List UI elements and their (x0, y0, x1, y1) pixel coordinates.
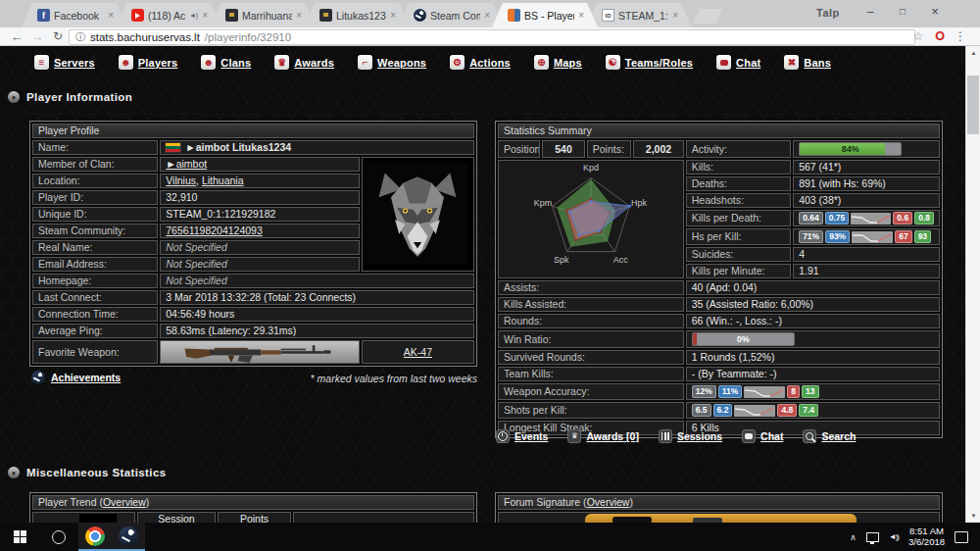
tab-close-icon[interactable]: × (390, 11, 396, 21)
city-link[interactable]: Vilnius (166, 175, 196, 186)
cortana-button[interactable] (39, 523, 78, 551)
url-host: stats.bachuruservas.lt (90, 31, 200, 43)
forward-button[interactable]: → (28, 27, 46, 46)
network-icon[interactable] (866, 532, 879, 542)
nav-label[interactable]: Chat (736, 57, 760, 69)
scrollbar-thumb[interactable] (967, 75, 979, 134)
field-label: Homepage: (32, 274, 158, 288)
minimize-button[interactable]: – (858, 0, 883, 25)
signature-cell (498, 512, 940, 523)
value-badge: 0.8 (914, 212, 934, 225)
close-button[interactable]: × (922, 0, 948, 25)
tab-marrihuana[interactable]: Marrihuana yra ma × (210, 3, 316, 27)
collapse-toggle-icon[interactable]: ▾ (8, 91, 20, 103)
player-trend-table: Player Trend (Overview) Session Points (29, 492, 477, 523)
volume-icon[interactable]: ◄)) (889, 532, 899, 541)
tab-steamid[interactable]: ID STEAM_1:1:121929 × (586, 3, 692, 27)
action-center-icon[interactable] (955, 531, 968, 543)
taskbar-clock[interactable]: 8:51 AM 3/6/2018 (908, 526, 945, 547)
field-label: Win Ratio: (498, 330, 684, 348)
section-title: Miscellaneous Statistics (26, 467, 167, 478)
nav-chat[interactable]: Chat (716, 55, 760, 70)
nav-label[interactable]: Maps (554, 57, 582, 69)
tab-close-icon[interactable]: × (202, 11, 208, 21)
taskbar-chrome-button[interactable] (78, 523, 112, 551)
clock-time: 8:51 AM (908, 526, 945, 537)
favorite-weapon-image (160, 340, 360, 364)
tab-close-icon[interactable]: × (296, 11, 302, 21)
taskbar-steam-button[interactable] (112, 523, 145, 551)
teams-roles-icon: ☯ (606, 55, 620, 70)
bookmark-star-icon[interactable]: ☆ (909, 27, 927, 46)
tab-steam-community[interactable]: Steam Communit × (398, 3, 504, 27)
back-button[interactable]: ← (8, 27, 25, 46)
sessions-link-item[interactable]: Sessions (659, 429, 722, 443)
browser-menu-icon[interactable]: ⋮ (954, 27, 967, 46)
tray-chevron-icon[interactable]: ∧ (850, 532, 857, 542)
scroll-down-icon[interactable]: ▼ (966, 509, 980, 523)
favorite-weapon-link[interactable]: AK-47 (404, 346, 432, 358)
wolf-avatar-image (366, 163, 469, 265)
value-badge: 11% (718, 385, 743, 398)
reload-button[interactable]: ↻ (49, 27, 67, 46)
browser-profile-name[interactable]: Talp (816, 7, 840, 19)
value-badge: 13 (802, 385, 818, 398)
tab-close-icon[interactable]: × (578, 11, 584, 21)
collapse-toggle-icon[interactable]: ▾ (8, 467, 20, 478)
tab-audio-icon[interactable]: ◄) (189, 12, 198, 19)
browser-scrollbar[interactable]: ▲ ▼ (965, 46, 980, 523)
nav-actions[interactable]: ⚙Actions (450, 55, 511, 70)
tab-strip: f Facebook × (118) Ace Of Ba ◄) × Marrih… (22, 3, 719, 27)
nav-clans[interactable]: ☻Clans (201, 55, 251, 70)
nav-players[interactable]: ☻Players (119, 55, 178, 70)
signature-overview-link[interactable]: Overview (587, 496, 630, 508)
maximize-button[interactable]: □ (890, 0, 915, 25)
tab-facebook[interactable]: f Facebook × (22, 3, 127, 27)
scroll-up-icon[interactable]: ▲ (966, 46, 980, 60)
page-content: ≡Servers ☻Players ☻Clans ♛Awards ⌐Weapon… (0, 46, 965, 523)
nav-label[interactable]: Weapons (377, 57, 426, 69)
page-info-icon[interactable]: ⓘ (75, 30, 85, 44)
radar-chart-cell: KpdHpkAccSpkKpm (498, 160, 684, 278)
search-link-item[interactable]: Search (803, 429, 856, 443)
field-label: Survived Rounds: (498, 350, 684, 365)
nav-bans[interactable]: ✖Bans (784, 55, 831, 70)
activity-bar: 84% (799, 142, 902, 156)
nav-label[interactable]: Awards (294, 57, 334, 69)
servers-icon: ≡ (34, 55, 49, 70)
nav-label[interactable]: Servers (54, 57, 95, 69)
nav-awards[interactable]: ♛Awards (274, 55, 334, 70)
nav-label[interactable]: Actions (469, 57, 511, 69)
chat-link-item[interactable]: Chat (742, 429, 783, 443)
awards-link-item[interactable]: ♛ Awards [0] (567, 429, 639, 443)
kills-per-minute-value: 1.91 (793, 264, 940, 278)
tab-youtube[interactable]: (118) Ace Of Ba ◄) × (116, 3, 221, 27)
nav-servers[interactable]: ≡Servers (34, 55, 95, 70)
country-link[interactable]: Lithuania (202, 175, 244, 186)
extension-opera-icon[interactable]: O (931, 27, 949, 46)
nav-label[interactable]: Clans (220, 57, 251, 69)
nav-teams-roles[interactable]: ☯Teams/Roles (606, 55, 693, 70)
nav-label[interactable]: Players (138, 57, 178, 69)
events-icon (496, 429, 510, 443)
steam-community-link[interactable]: 76561198204124093 (166, 225, 263, 236)
trend-overview-link[interactable]: Overview (103, 496, 146, 508)
new-tab-button[interactable] (692, 9, 723, 24)
position-value: 540 (542, 140, 584, 158)
tab-close-icon[interactable]: × (484, 11, 490, 21)
address-bar[interactable]: ⓘ stats.bachuruservas.lt/playerinfo/3291… (69, 29, 915, 45)
nav-label[interactable]: Teams/Roles (625, 57, 693, 69)
tab-bs-player-information[interactable]: BS - Player Inform × (492, 3, 598, 27)
clan-link[interactable]: ►aimbot (166, 158, 207, 170)
nav-maps[interactable]: ⊕Maps (534, 55, 582, 70)
tab-litukas[interactable]: Litukas1234 - Bach × (304, 3, 410, 27)
value-badge: 0.64 (799, 212, 823, 225)
tab-close-icon[interactable]: × (672, 11, 678, 21)
events-link-item[interactable]: Events (496, 429, 548, 443)
value-badge: 6.5 (692, 404, 711, 417)
nav-weapons[interactable]: ⌐Weapons (358, 55, 426, 70)
section-misc-statistics: ▾ Miscellaneous Statistics (8, 467, 167, 478)
tab-close-icon[interactable]: × (108, 11, 114, 21)
start-button[interactable] (0, 523, 39, 551)
nav-label[interactable]: Bans (804, 57, 831, 69)
